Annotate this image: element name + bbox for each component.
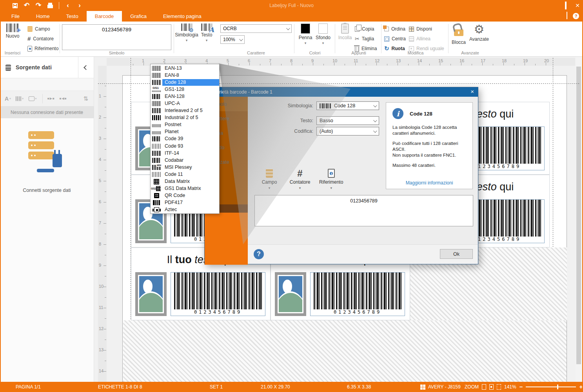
dialog-help-icon[interactable]: ? bbox=[254, 249, 264, 259]
allinea-button[interactable]: Allinea bbox=[409, 34, 430, 43]
code-11-icon bbox=[152, 172, 161, 177]
codabar-icon bbox=[152, 158, 161, 163]
fit-selection-icon[interactable] bbox=[497, 384, 501, 390]
centra-button[interactable]: Centra bbox=[384, 34, 406, 43]
menu-item-code-93[interactable]: Code 93 bbox=[151, 143, 219, 150]
ordina-button[interactable]: Ordina bbox=[384, 25, 405, 33]
zoom-label: ZOOM bbox=[465, 384, 479, 390]
testo-icon: A bbox=[201, 23, 212, 31]
riferimento-button[interactable]: Riferimento bbox=[27, 44, 58, 53]
menu-item-ean-128[interactable]: EAN-128 bbox=[151, 93, 219, 100]
menu-item-code-128[interactable]: Code 128 bbox=[151, 79, 219, 86]
simbologia-field-label: Simbologia: bbox=[256, 103, 316, 108]
tab-barcode[interactable]: Barcode bbox=[87, 11, 122, 22]
back-icon[interactable]: ‹ bbox=[65, 2, 71, 9]
connect-data-source-icon[interactable] bbox=[24, 131, 71, 179]
sort-icon[interactable]: ⇅ bbox=[83, 95, 88, 102]
menu-item-qr-code[interactable]: QR Code bbox=[151, 192, 219, 199]
copia-button[interactable]: Copia bbox=[355, 25, 374, 33]
add-image-field-icon[interactable]: + bbox=[29, 96, 37, 101]
font-size-combo[interactable]: 100% bbox=[220, 35, 245, 44]
menu-item-upc-a[interactable]: UPC-A bbox=[151, 100, 219, 107]
dialog-barcode-value-input[interactable]: 0123456789 bbox=[254, 195, 473, 226]
tab-testo[interactable]: Testo bbox=[58, 11, 87, 22]
menu-item-pdf417[interactable]: PDF417 bbox=[151, 199, 219, 206]
testo-dropdown-arrow: ▾ bbox=[206, 39, 208, 42]
campo-button[interactable]: Campo bbox=[27, 25, 50, 33]
avanzate-button[interactable]: ⚙ Avanzate bbox=[468, 23, 490, 42]
data-source-panel: Sorgente dati A+ + + ■▶■ ■◀■ ⇅ Nessuna c… bbox=[0, 57, 94, 382]
zoom-slider-handle[interactable] bbox=[557, 385, 558, 389]
save-icon[interactable] bbox=[12, 2, 18, 9]
fit-page-icon[interactable] bbox=[482, 384, 486, 390]
menu-item-gs1-data-matrix[interactable]: GS1 Data Matrix bbox=[151, 185, 219, 192]
barcode-value-input[interactable]: 0123456789 bbox=[62, 24, 171, 50]
fit-width-icon[interactable] bbox=[489, 384, 494, 390]
simbologia-button[interactable]: ⚙ Simbologia ▾ bbox=[176, 23, 197, 42]
menu-item-itf-14[interactable]: ITF-14 bbox=[151, 150, 219, 157]
zoom-out-icon[interactable]: − bbox=[519, 384, 523, 390]
collapse-panel-button[interactable] bbox=[78, 57, 94, 78]
menu-item-interleaved-2-of-5[interactable]: Interleaved 2 of 5 bbox=[151, 107, 219, 114]
dialog-close-icon[interactable]: × bbox=[470, 89, 474, 95]
blocca-button[interactable]: Blocca bbox=[450, 23, 467, 45]
dialog-contatore-button[interactable]: # Contatore▾ bbox=[289, 169, 311, 190]
barcode-element[interactable]: 0123456789 bbox=[171, 272, 265, 316]
menu-item-code-39[interactable]: Code 39 bbox=[151, 135, 219, 143]
more-info-link[interactable]: Maggiorni informazioni bbox=[386, 180, 472, 186]
collapse-ribbon-icon[interactable] bbox=[567, 13, 567, 20]
redo-icon[interactable]: ↷ bbox=[35, 2, 42, 9]
dialog-campo-button[interactable]: Campo▾ bbox=[258, 169, 281, 190]
barcode-element[interactable]: 0123456789 bbox=[310, 272, 405, 316]
move-left-icon[interactable]: ■◀■ bbox=[60, 97, 67, 100]
disponi-button[interactable]: Disponi bbox=[409, 25, 432, 33]
help-icon[interactable]: ? bbox=[573, 13, 579, 19]
dialog-riferimento-button[interactable]: Riferimento▾ bbox=[319, 169, 343, 190]
forward-icon[interactable]: › bbox=[76, 2, 83, 9]
undo-icon[interactable]: ↶ bbox=[24, 2, 30, 9]
sfondo-button[interactable]: Sfondo▾ bbox=[314, 23, 332, 45]
menu-item-gs1-128[interactable]: GS1-128 bbox=[151, 86, 219, 93]
tab-home[interactable]: Home bbox=[28, 11, 58, 22]
penna-button[interactable]: Penna▾ bbox=[297, 23, 314, 45]
simbologia-combo[interactable]: Code 128 bbox=[316, 101, 379, 110]
ok-button[interactable]: Ok bbox=[440, 249, 473, 259]
testo-button[interactable]: A Testo ▾ bbox=[199, 23, 214, 42]
ean-8-icon bbox=[152, 73, 161, 78]
menu-item-data-matrix[interactable]: Data Matrix bbox=[151, 178, 219, 185]
menu-item-ean-13[interactable]: EAN-13 bbox=[151, 65, 219, 72]
align-icon bbox=[409, 36, 414, 42]
contatore-button[interactable]: #Contatore bbox=[27, 34, 54, 43]
print-icon[interactable] bbox=[47, 2, 53, 9]
dialog-title-bar[interactable]: Proprietà barcode - Barcode 1 × bbox=[205, 87, 478, 97]
vertical-scrollbar[interactable] bbox=[576, 57, 582, 382]
menu-item-planet[interactable]: Planet bbox=[151, 128, 219, 135]
menu-item-postnet[interactable]: Postnet bbox=[151, 121, 219, 128]
scrollbar-thumb[interactable] bbox=[576, 67, 581, 364]
close-button[interactable]: ✕ bbox=[575, 3, 580, 8]
tab-file[interactable]: File bbox=[3, 11, 28, 22]
add-text-field-icon[interactable]: A+ bbox=[5, 96, 11, 102]
menu-item-ean-8[interactable]: EAN-8 bbox=[151, 72, 219, 79]
zoom-slider[interactable] bbox=[526, 387, 576, 387]
modifica-group-label: Modifica bbox=[384, 51, 447, 55]
taglia-button[interactable]: ✂Taglia bbox=[355, 34, 374, 43]
tab-elemento-pagina[interactable]: Elemento pagina bbox=[155, 11, 210, 22]
menu-item-msi-plessey[interactable]: MSI Plessey bbox=[151, 164, 219, 171]
image-placeholder[interactable] bbox=[275, 272, 306, 316]
maximize-button[interactable] bbox=[565, 3, 567, 8]
testo-combo[interactable]: Basso bbox=[316, 116, 379, 125]
nuovo-button[interactable]: + Nuovo bbox=[3, 23, 22, 39]
image-placeholder[interactable] bbox=[135, 272, 167, 316]
tab-grafica[interactable]: Grafica bbox=[122, 11, 155, 22]
move-right-icon[interactable]: ■▶■ bbox=[47, 97, 55, 100]
panel-title: Sorgente dati bbox=[16, 64, 52, 70]
add-barcode-field-icon[interactable]: + bbox=[16, 96, 24, 101]
menu-item-aztec[interactable]: Aztec bbox=[151, 206, 219, 213]
menu-item-codabar[interactable]: Codabar bbox=[151, 157, 219, 164]
codifica-combo[interactable]: (Auto) bbox=[316, 127, 379, 135]
menu-item-industrial-2-of-5[interactable]: Industrial 2 of 5 bbox=[151, 114, 219, 121]
font-name-combo[interactable]: OCRB bbox=[220, 24, 292, 33]
menu-item-code-11[interactable]: Code 11 bbox=[151, 171, 219, 178]
incolla-button[interactable]: Incolla bbox=[337, 23, 353, 40]
